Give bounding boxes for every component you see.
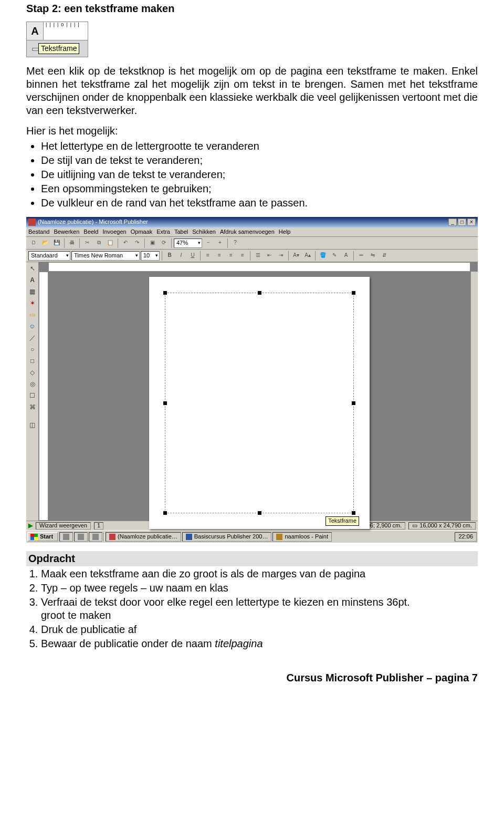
fontcolor-icon[interactable]: A: [341, 251, 351, 261]
resize-handle[interactable]: [163, 511, 167, 515]
rect-tool-icon[interactable]: □: [27, 356, 38, 366]
menu-item[interactable]: Opmaak: [131, 229, 153, 236]
menu-item[interactable]: Extra: [156, 229, 170, 236]
indent-right-icon[interactable]: ⇥: [276, 251, 286, 261]
design-gallery-icon[interactable]: ◫: [27, 420, 38, 430]
minimize-button[interactable]: _: [448, 219, 457, 226]
align-center-icon[interactable]: ≡: [214, 251, 225, 261]
app-icon: [92, 534, 99, 540]
menu-item[interactable]: Help: [279, 229, 291, 236]
taskbar-item[interactable]: [74, 532, 88, 542]
style-dropdown[interactable]: Standaard: [28, 251, 70, 261]
wizard-button[interactable]: Wizard weergeven: [36, 522, 91, 530]
text-tool-icon[interactable]: A: [27, 275, 38, 285]
horizontal-ruler: [48, 262, 470, 272]
window-titlebar: (Naamloze publicatie) - Microsoft Publis…: [26, 217, 478, 227]
maximize-button[interactable]: □: [458, 219, 466, 226]
indent-left-icon[interactable]: ⇤: [264, 251, 275, 261]
window-title: (Naamloze publicatie) - Microsoft Publis…: [38, 219, 148, 226]
bullet-item: De vulkleur en de rand van het tekstfram…: [41, 196, 478, 210]
clipart-icon[interactable]: ☺: [27, 321, 38, 331]
resize-handle[interactable]: [163, 401, 167, 405]
side-toolbox: ↖ A ▦ ✶ ▭ ☺ ／ ○ □ ◇ ◎ ☐ ⌘ ◫: [26, 262, 39, 521]
menu-item[interactable]: Tabel: [174, 229, 188, 236]
align-right-icon[interactable]: ≡: [226, 251, 236, 261]
taskbar-item[interactable]: naamloos - Paint: [272, 532, 332, 542]
menu-item[interactable]: Schikken: [192, 229, 216, 236]
oval-tool-icon[interactable]: ○: [27, 344, 38, 355]
app-icon: [78, 534, 84, 540]
linestyle-icon[interactable]: ═: [356, 251, 366, 261]
increase-font-icon[interactable]: A▴: [302, 251, 313, 261]
underline-icon[interactable]: U: [187, 251, 198, 261]
menu-item[interactable]: Bestand: [28, 229, 49, 236]
resize-handle[interactable]: [352, 511, 355, 515]
italic-icon[interactable]: I: [176, 251, 186, 261]
taskbar-item[interactable]: [59, 532, 73, 542]
publisher-icon: [109, 534, 116, 540]
resize-handle[interactable]: [352, 401, 355, 405]
menu-item[interactable]: Invoegen: [102, 229, 126, 236]
linecolor-icon[interactable]: ✎: [329, 251, 340, 261]
taskbar-item[interactable]: Basiscursus Publisher 200…: [182, 532, 272, 542]
new-icon[interactable]: 🗋: [28, 239, 39, 248]
flip-h-icon[interactable]: ⇋: [368, 251, 378, 261]
bring-front-icon[interactable]: ▣: [147, 239, 158, 248]
frame-tooltip: Tekstframe: [326, 516, 359, 526]
page-nav[interactable]: 1: [94, 522, 103, 530]
line-tool-icon[interactable]: ／: [27, 333, 38, 343]
shapes-tool-icon[interactable]: ◇: [27, 367, 38, 378]
bullet-item: Een opsommingsteken te gebruiken;: [41, 182, 478, 195]
wordart-icon[interactable]: ✶: [27, 298, 38, 308]
standard-toolbar: 🗋 📂 💾 🖶 ✂ ⧉ 📋 ↶ ↷ ▣ ⟳ 47% − + ?: [26, 237, 478, 250]
copy-icon[interactable]: ⧉: [93, 239, 104, 248]
resize-handle[interactable]: [352, 291, 355, 295]
fillcolor-icon[interactable]: 🪣: [318, 251, 328, 261]
menu-item[interactable]: Beeld: [83, 229, 98, 236]
close-button[interactable]: ×: [467, 219, 476, 226]
paste-icon[interactable]: 📋: [105, 239, 116, 248]
bullets-icon[interactable]: ☰: [253, 251, 263, 261]
formatting-toolbar: Standaard Times New Roman 10 B I U ≡ ≡ ≡…: [26, 250, 478, 262]
menu-item[interactable]: Bewerken: [54, 229, 79, 236]
redo-icon[interactable]: ↷: [132, 239, 142, 248]
vertical-scrollbar[interactable]: [470, 272, 478, 521]
status-size: ▭ 16,000 x 24,790 cm.: [408, 522, 476, 530]
font-dropdown[interactable]: Times New Roman: [71, 251, 140, 261]
zoom-in-icon[interactable]: +: [215, 239, 225, 248]
canvas[interactable]: Tekstframe: [48, 272, 470, 521]
zoom-dropdown[interactable]: 47%: [174, 239, 202, 248]
print-icon[interactable]: 🖶: [67, 239, 77, 248]
paragraph-1: Met een klik op de tekstknop is het moge…: [26, 65, 478, 117]
resize-handle[interactable]: [163, 291, 167, 295]
picture-frame-icon[interactable]: ▭: [27, 309, 38, 320]
text-frame[interactable]: [165, 293, 354, 513]
cut-icon[interactable]: ✂: [82, 239, 92, 248]
save-icon[interactable]: 💾: [51, 239, 62, 248]
size-icon: ▭: [412, 522, 417, 530]
resize-handle[interactable]: [258, 291, 261, 295]
html-fragment-icon[interactable]: ⌘: [27, 402, 38, 412]
help-icon[interactable]: ?: [230, 239, 240, 248]
menu-item[interactable]: Afdruk samenvoegen: [220, 229, 275, 236]
resize-handle[interactable]: [258, 511, 261, 515]
page-footer: Cursus Microsoft Publisher – pagina 7: [26, 671, 478, 685]
hotspot-icon[interactable]: ◎: [27, 379, 38, 389]
align-justify-icon[interactable]: ≡: [237, 251, 248, 261]
form-control-icon[interactable]: ☐: [27, 390, 38, 401]
open-icon[interactable]: 📂: [40, 239, 50, 248]
fontsize-dropdown[interactable]: 10: [141, 251, 160, 261]
start-button[interactable]: Start: [27, 532, 58, 542]
taskbar-item[interactable]: [89, 532, 102, 542]
table-tool-icon[interactable]: ▦: [27, 286, 38, 297]
align-left-icon[interactable]: ≡: [203, 251, 213, 261]
zoom-out-icon[interactable]: −: [203, 239, 214, 248]
taskbar-item[interactable]: (Naamloze publicatie…: [106, 532, 181, 542]
pointer-icon[interactable]: ↖: [27, 263, 38, 274]
flip-v-icon[interactable]: ⇵: [379, 251, 390, 261]
rotate-icon[interactable]: ⟳: [159, 239, 169, 248]
bold-icon[interactable]: B: [164, 251, 175, 261]
undo-icon[interactable]: ↶: [120, 239, 131, 248]
opdracht-item: Maak een tekstframe aan die zo groot is …: [41, 567, 478, 580]
decrease-font-icon[interactable]: A▾: [291, 251, 301, 261]
